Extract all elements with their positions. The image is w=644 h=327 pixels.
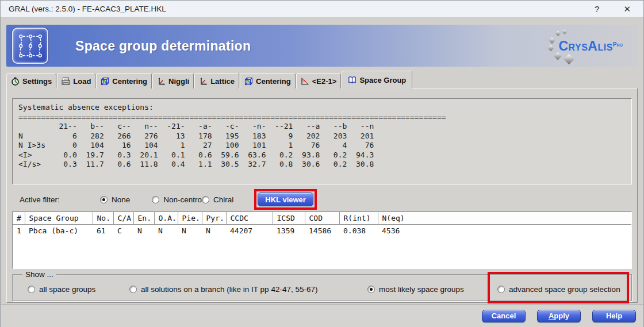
tab-label: Space Group — [359, 76, 406, 84]
help-icon[interactable]: ? — [595, 5, 599, 13]
column-header-r-int[interactable]: R(int) — [339, 212, 378, 224]
space-group-tab-panel: Systematic absence exceptions: =========… — [6, 88, 638, 303]
tab-label: <E2-1> — [312, 77, 337, 86]
table-cell: 0.038 — [339, 224, 378, 237]
radio-label: Non-centro — [163, 195, 202, 204]
footer-bar: Cancel Apply Help — [1, 304, 643, 327]
centering-lattice-icon — [244, 77, 253, 86]
tab-load[interactable]: Load — [57, 73, 95, 89]
radio-label: advanced space group selection — [509, 285, 620, 294]
column-header-c-a[interactable]: C/A — [113, 212, 133, 224]
load-icon — [62, 77, 70, 86]
logo-sup: Pro — [613, 41, 623, 48]
tab-label: Centering — [112, 77, 147, 86]
help-button[interactable]: Help — [592, 310, 636, 322]
title-bar[interactable]: GRAL (vers.: 2.5.0) - FE-ACAC3_PLATE.HKL… — [1, 1, 643, 18]
radio-unselected-icon[interactable] — [497, 286, 505, 293]
table-row[interactable]: 1Pbca (ba-c)61CNNNN442071359145860.03845… — [13, 224, 631, 237]
show-groupbox-label: Show ... — [22, 270, 56, 279]
space-group-book-icon — [348, 76, 356, 84]
table-cell: N — [178, 224, 202, 237]
table-cell: C — [113, 224, 133, 237]
show-radio-advanced-space-group-selection[interactable]: advanced space group selection — [497, 285, 620, 294]
lattice-grid-icon — [12, 28, 48, 64]
radio-unselected-icon[interactable] — [202, 196, 209, 203]
table-cell: 1359 — [273, 224, 305, 237]
tab-settings[interactable]: Settings — [6, 73, 56, 89]
column-header-en[interactable]: En. — [133, 212, 154, 224]
column-header-n-eq[interactable]: N(eq) — [378, 212, 631, 224]
table-cell: 4536 — [378, 224, 631, 237]
table-cell: 61 — [93, 224, 113, 237]
hkl-viewer-button[interactable]: HKL viewer — [258, 193, 313, 206]
tab-e2-1[interactable]: <E2-1> — [296, 73, 342, 89]
hkl-viewer-highlight: HKL viewer — [254, 189, 317, 210]
filter-radio-none[interactable]: None — [100, 195, 130, 204]
tab-space-group[interactable]: Space Group — [342, 71, 412, 89]
lattice-axes-icon — [199, 77, 208, 86]
radio-unselected-icon[interactable] — [152, 196, 159, 203]
table-cell: 1 — [13, 224, 25, 237]
gral-dialog: GRAL (vers.: 2.5.0) - FE-ACAC3_PLATE.HKL… — [0, 0, 644, 327]
window-title: GRAL (vers.: 2.5.0) - FE-ACAC3_PLATE.HKL — [1, 5, 595, 13]
radio-label: most likely space groups — [379, 285, 464, 294]
tab-niggli[interactable]: Niggli — [152, 73, 194, 89]
show-radio-most-likely-space-groups[interactable]: most likely space groups — [367, 285, 464, 294]
radio-label: all space groups — [39, 285, 95, 294]
centering-lattice-icon — [101, 77, 109, 86]
column-header-o-a[interactable]: O.A. — [154, 212, 178, 224]
table-header-row: #Space GroupNo.C/AEn.O.A.Pie.Pyr.CCDCICS… — [13, 212, 631, 224]
column-header-[interactable]: # — [13, 212, 25, 224]
filter-radio-chiral[interactable]: Chiral — [202, 195, 233, 204]
tab-label: Niggli — [168, 77, 189, 86]
logo-text: CrysAlis — [558, 38, 612, 53]
space-group-table: #Space GroupNo.C/AEn.O.A.Pie.Pyr.CCDCICS… — [12, 211, 632, 269]
active-filter-label: Active filter: — [20, 195, 75, 204]
radio-selected-icon[interactable] — [100, 196, 108, 203]
tab-label: Settings — [22, 77, 52, 86]
active-filter-row: Active filter: NoneNon-centroChiral HKL … — [12, 188, 632, 210]
show-radio-all-space-groups[interactable]: all space groups — [28, 285, 95, 294]
show-radio-all-solutions-on-a-branch-like-in-it-pp-42-47-55-67[interactable]: all solutions on a branch (like in IT pp… — [129, 285, 317, 294]
apply-button[interactable]: Apply — [537, 310, 581, 322]
radio-selected-icon[interactable] — [367, 286, 375, 293]
column-header-space-group[interactable]: Space Group — [25, 212, 93, 224]
table-body: 1Pbca (ba-c)61CNNNN442071359145860.03845… — [13, 224, 631, 237]
radio-label: all solutions on a branch (like in IT pp… — [141, 285, 317, 294]
tab-label: Centering — [256, 77, 291, 86]
tab-strip: SettingsLoadCenteringNiggliLatticeCenter… — [1, 72, 643, 89]
tab-label: Load — [73, 77, 91, 86]
table-cell: N — [154, 224, 178, 237]
column-header-pie[interactable]: Pie. — [178, 212, 202, 224]
show-groupbox: Show ... all space groupsall solutions o… — [12, 274, 632, 301]
niggli-axes-icon — [157, 77, 166, 86]
table-cell: 44207 — [226, 224, 273, 237]
table-cell: Pbca (ba-c) — [25, 224, 93, 237]
header-banner: Space group determination CrysAlisPro — [6, 25, 638, 67]
column-header-pyr[interactable]: Pyr. — [202, 212, 226, 224]
radio-label: None — [112, 195, 130, 204]
e2-plot-icon — [301, 77, 309, 86]
column-header-icsd[interactable]: ICSD — [273, 212, 305, 224]
tab-label: Lattice — [210, 77, 235, 86]
settings-icon — [11, 77, 20, 86]
absence-report-text: Systematic absence exceptions: =========… — [18, 103, 626, 170]
radio-label: Chiral — [213, 195, 233, 204]
tab-centering[interactable]: Centering — [96, 73, 152, 89]
table-cell: N — [133, 224, 154, 237]
column-header-no[interactable]: No. — [93, 212, 113, 224]
cancel-button[interactable]: Cancel — [482, 310, 526, 322]
tab-lattice[interactable]: Lattice — [194, 73, 239, 89]
filter-radio-non-centro[interactable]: Non-centro — [152, 195, 202, 204]
tab-centering[interactable]: Centering — [240, 73, 296, 89]
table-cell: 14586 — [305, 224, 339, 237]
close-icon[interactable]: ✕ — [623, 5, 631, 13]
table-cell: N — [202, 224, 226, 237]
radio-unselected-icon[interactable] — [129, 286, 137, 293]
page-title: Space group determination — [75, 38, 251, 53]
absence-report-panel: Systematic absence exceptions: =========… — [12, 98, 632, 184]
column-header-cod[interactable]: COD — [305, 212, 339, 224]
crysalis-pro-logo: CrysAlisPro — [558, 38, 623, 53]
column-header-ccdc[interactable]: CCDC — [226, 212, 273, 224]
radio-unselected-icon[interactable] — [28, 286, 35, 293]
